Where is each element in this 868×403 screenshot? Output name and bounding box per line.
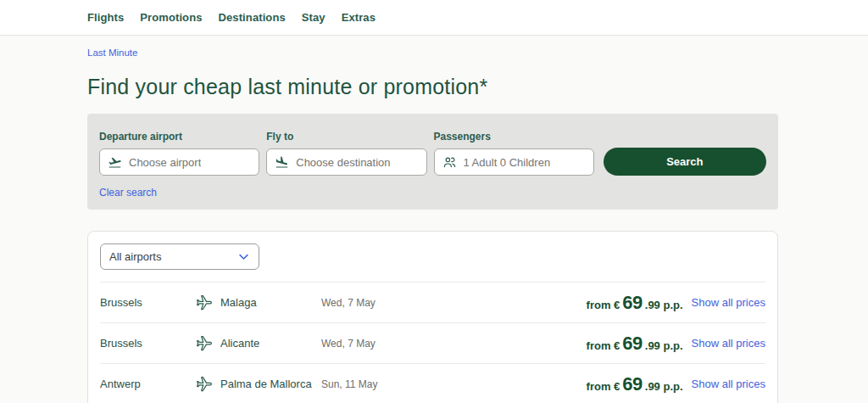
result-row: Brussels Malaga Wed, 7 May from € 69 .99… <box>100 282 765 322</box>
departure-airport-input[interactable]: Choose airport <box>99 148 259 176</box>
price-whole: 69 <box>622 333 642 355</box>
airport-filter-value: All airports <box>109 250 161 263</box>
passengers-field: Passengers 1 Adult 0 Children <box>434 131 594 176</box>
plane-takeoff-icon <box>108 155 122 170</box>
page-title: Find your cheap last minute or promotion… <box>87 75 487 99</box>
top-navigation-bar: Flights Promotions Destinations Stay Ext… <box>0 0 868 36</box>
nav-item-destinations[interactable]: Destinations <box>219 11 286 24</box>
departure-airport-label: Departure airport <box>99 131 259 143</box>
search-button[interactable]: Search <box>604 148 766 176</box>
passengers-label: Passengers <box>434 131 594 143</box>
flight-search-panel: Departure airport Choose airport Fly to … <box>87 114 778 210</box>
passengers-value: 1 Adult 0 Children <box>464 156 551 169</box>
origin-city: Antwerp <box>100 378 196 390</box>
departure-airport-field: Departure airport Choose airport <box>99 131 259 176</box>
main-nav: Flights Promotions Destinations Stay Ext… <box>0 0 868 35</box>
nav-item-extras[interactable]: Extras <box>342 11 376 24</box>
price-prefix: from € <box>587 380 620 393</box>
price-whole: 69 <box>622 292 642 314</box>
origin-city: Brussels <box>100 296 196 309</box>
passengers-input[interactable]: 1 Adult 0 Children <box>434 148 594 176</box>
plane-right-icon <box>196 335 213 352</box>
price: from € 69 .99 p.p. <box>587 292 683 314</box>
show-all-prices-link[interactable]: Show all prices <box>692 296 765 309</box>
results-list: Brussels Malaga Wed, 7 May from € 69 .99… <box>100 282 765 403</box>
destination-city: Malaga <box>220 296 321 309</box>
price: from € 69 .99 p.p. <box>587 333 683 355</box>
price-fraction: .99 p.p. <box>645 380 683 393</box>
fly-to-input[interactable]: Choose destination <box>266 148 426 176</box>
destination-city: Palma de Mallorca <box>220 378 321 390</box>
plane-landing-icon <box>275 155 289 170</box>
origin-city: Brussels <box>100 337 196 350</box>
airport-filter-dropdown[interactable]: All airports <box>100 243 259 270</box>
plane-right-icon <box>196 294 213 311</box>
result-row: Brussels Alicante Wed, 7 May from € 69 .… <box>100 322 765 363</box>
show-all-prices-link[interactable]: Show all prices <box>692 378 765 390</box>
clear-search-link[interactable]: Clear search <box>99 187 157 199</box>
breadcrumb-last-minute[interactable]: Last Minute <box>87 48 137 58</box>
fly-to-label: Fly to <box>266 131 426 143</box>
price-fraction: .99 p.p. <box>645 299 683 311</box>
price-prefix: from € <box>587 299 620 311</box>
chevron-down-icon <box>237 250 250 263</box>
plane-right-icon <box>196 376 213 393</box>
price: from € 69 .99 p.p. <box>587 373 683 395</box>
nav-item-flights[interactable]: Flights <box>87 11 124 24</box>
nav-item-stay[interactable]: Stay <box>302 11 326 24</box>
show-all-prices-link[interactable]: Show all prices <box>692 337 765 350</box>
last-minute-results-card: All airports Brussels Malaga Wed, 7 May … <box>87 231 778 403</box>
departure-date: Wed, 7 May <box>321 297 587 309</box>
fly-to-placeholder: Choose destination <box>296 156 390 169</box>
destination-city: Alicante <box>220 337 321 350</box>
passengers-icon <box>442 155 457 170</box>
result-row: Antwerp Palma de Mallorca Sun, 11 May fr… <box>100 363 765 403</box>
nav-item-promotions[interactable]: Promotions <box>140 11 202 24</box>
fly-to-field: Fly to Choose destination <box>266 131 426 176</box>
price-whole: 69 <box>622 373 642 395</box>
departure-airport-placeholder: Choose airport <box>129 156 201 169</box>
price-fraction: .99 p.p. <box>645 339 683 352</box>
departure-date: Wed, 7 May <box>321 338 587 350</box>
departure-date: Sun, 11 May <box>321 378 587 390</box>
price-prefix: from € <box>587 339 620 352</box>
